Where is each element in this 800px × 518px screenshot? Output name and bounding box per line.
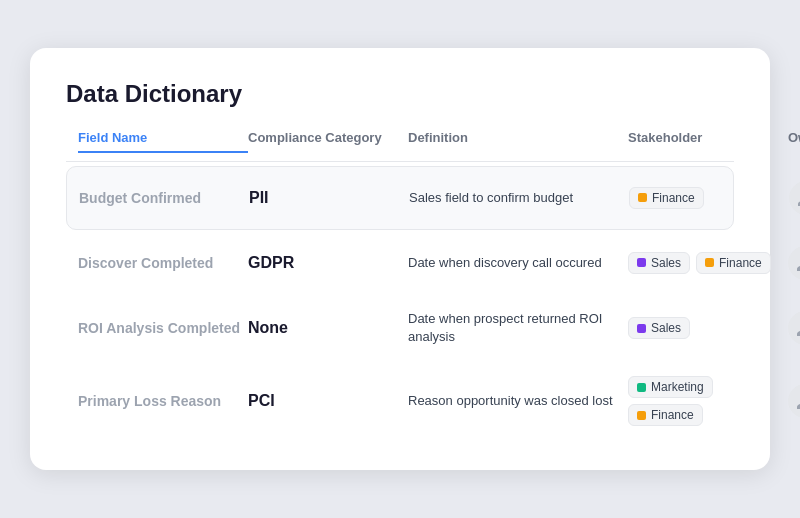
badge-color-dot <box>637 411 646 420</box>
definition-cell: Sales field to confirm budget <box>409 189 629 207</box>
compliance-cell: GDPR <box>248 254 408 272</box>
badge-color-dot <box>637 258 646 267</box>
badge-label: Sales <box>651 321 681 335</box>
col-definition[interactable]: Definition <box>408 130 628 153</box>
badge-color-dot <box>637 324 646 333</box>
badge-label: Finance <box>651 408 694 422</box>
table-row[interactable]: Primary Loss ReasonPCIReason opportunity… <box>66 362 734 440</box>
badge-color-dot <box>638 193 647 202</box>
col-field-name[interactable]: Field Name <box>78 130 248 153</box>
owner-cell <box>788 311 800 345</box>
field-name-cell: Discover Completed <box>78 255 248 271</box>
table-row[interactable]: ROI Analysis CompletedNoneDate when pros… <box>66 296 734 360</box>
avatar <box>789 181 800 215</box>
compliance-cell: PCI <box>248 392 408 410</box>
badge-label: Marketing <box>651 380 704 394</box>
badge-label: Finance <box>719 256 762 270</box>
col-compliance[interactable]: Compliance Category <box>248 130 408 153</box>
badge-label: Finance <box>652 191 695 205</box>
badge-label: Sales <box>651 256 681 270</box>
stakeholder-badge: Finance <box>696 252 771 274</box>
stakeholder-badge: Sales <box>628 317 690 339</box>
definition-cell: Reason opportunity was closed lost <box>408 392 628 410</box>
badge-color-dot <box>637 383 646 392</box>
definition-cell: Date when discovery call occured <box>408 254 628 272</box>
field-name-cell: Budget Confirmed <box>79 190 249 206</box>
stakeholder-cell: Finance <box>629 187 789 209</box>
table-row[interactable]: Budget ConfirmedPIISales field to confir… <box>66 166 734 230</box>
stakeholder-badge: Marketing <box>628 376 713 398</box>
definition-cell: Date when prospect returned ROI analysis <box>408 310 628 346</box>
avatar <box>788 384 800 418</box>
stakeholder-badge: Sales <box>628 252 690 274</box>
field-name-cell: Primary Loss Reason <box>78 393 248 409</box>
compliance-cell: None <box>248 319 408 337</box>
badge-color-dot <box>705 258 714 267</box>
owner-cell <box>788 246 800 280</box>
owner-cell <box>789 181 800 215</box>
stakeholder-badge: Finance <box>628 404 703 426</box>
avatar <box>788 311 800 345</box>
stakeholder-cell: MarketingFinance <box>628 376 788 426</box>
stakeholder-cell: Sales <box>628 317 788 339</box>
stakeholder-badge: Finance <box>629 187 704 209</box>
card-title: Data Dictionary <box>66 80 734 108</box>
table-header: Field Name Compliance Category Definitio… <box>66 130 734 162</box>
owner-cell <box>788 384 800 418</box>
data-dictionary-card: Data Dictionary Field Name Compliance Ca… <box>30 48 770 470</box>
compliance-cell: PII <box>249 189 409 207</box>
avatar <box>788 246 800 280</box>
field-name-cell: ROI Analysis Completed <box>78 320 248 336</box>
table-body: Budget ConfirmedPIISales field to confir… <box>66 166 734 440</box>
stakeholder-cell: SalesFinance <box>628 252 788 274</box>
table-row[interactable]: Discover CompletedGDPRDate when discover… <box>66 232 734 294</box>
col-stakeholder[interactable]: Stakeholder <box>628 130 788 153</box>
col-owner[interactable]: Owner <box>788 130 800 153</box>
